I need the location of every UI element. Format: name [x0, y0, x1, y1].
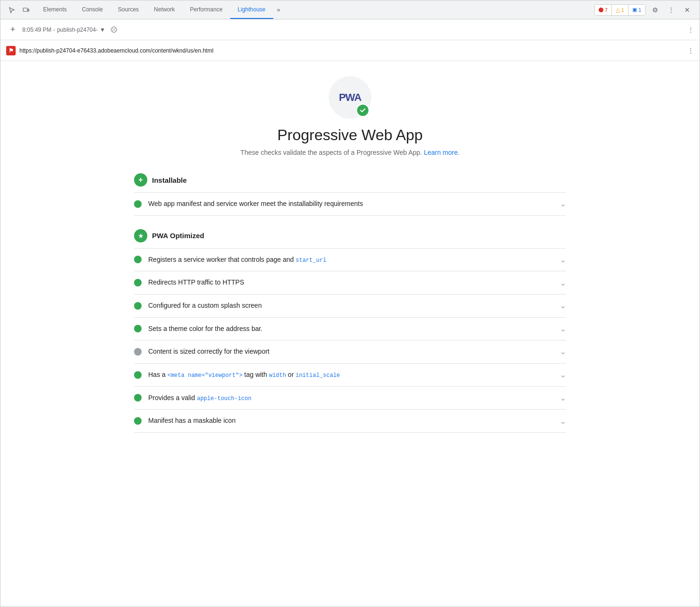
apple-touch-icon-code[interactable]: apple-touch-icon [197, 395, 251, 402]
audit-viewport-meta-text: Has a <meta name="viewport"> tag with wi… [148, 370, 556, 380]
svg-rect-1 [28, 9, 29, 11]
audit-status-dot [134, 256, 142, 263]
audit-chevron-icon: ⌄ [560, 255, 566, 264]
meta-viewport-code[interactable]: <meta name="viewport"> [167, 372, 242, 379]
audit-status-dot [134, 348, 142, 356]
audit-row[interactable]: Manifest has a maskable icon ⌄ [134, 410, 566, 433]
tab-network[interactable]: Network [146, 0, 182, 19]
pwa-optimized-icon: ★ [134, 229, 147, 242]
new-session-icon[interactable]: + [6, 23, 19, 36]
installable-section: + Installable Web app manifest and servi… [134, 168, 566, 216]
audit-row[interactable]: Web app manifest and service worker meet… [134, 193, 566, 216]
page-title: Progressive Web App [277, 126, 422, 144]
pwa-checkmark [356, 104, 369, 117]
page-description: These checks validate the aspects of a P… [241, 149, 460, 156]
no-throttle-icon[interactable]: ⛒ [108, 23, 121, 36]
initial-scale-code[interactable]: initial_scale [296, 372, 340, 379]
tab-performance[interactable]: Performance [182, 0, 230, 19]
security-warning-icon: ⚑ [6, 46, 16, 55]
audit-status-dot [134, 200, 142, 208]
audit-apple-touch-text: Provides a valid apple-touch-icon [148, 393, 556, 403]
learn-more-link[interactable]: Learn more [424, 149, 458, 156]
audit-status-dot [134, 394, 142, 402]
settings-icon[interactable]: ⚙ [648, 3, 662, 17]
pwa-optimized-header: ★ PWA Optimized [134, 223, 566, 249]
pwa-logo-text: PWA [339, 91, 361, 104]
warning-badge[interactable]: △ 1 [611, 5, 628, 15]
pwa-optimized-label: PWA Optimized [152, 232, 204, 240]
audit-status-dot [134, 302, 142, 310]
width-code[interactable]: width [269, 372, 286, 379]
audit-text: Web app manifest and service worker meet… [148, 199, 556, 209]
info-badge[interactable]: ▣ 1 [628, 5, 645, 15]
audit-text: Redirects HTTP traffic to HTTPS [148, 278, 556, 287]
tab-sources[interactable]: Sources [110, 0, 146, 19]
tab-console[interactable]: Console [74, 0, 110, 19]
error-badge[interactable]: 7 [595, 5, 611, 15]
tab-elements[interactable]: Elements [36, 0, 74, 19]
audit-row[interactable]: Redirects HTTP traffic to HTTPS ⌄ [134, 271, 566, 295]
audit-chevron-icon: ⌄ [560, 417, 566, 426]
info-icon: ▣ [632, 7, 637, 13]
audit-text: Content is sized correctly for the viewp… [148, 347, 556, 357]
pwa-logo-container: PWA [329, 76, 371, 119]
session-dropdown-icon[interactable]: ▼ [99, 27, 105, 33]
session-info: 8:05:49 PM - publish-p24704- ▼ [22, 27, 105, 33]
more-options-icon[interactable]: ⋮ [664, 3, 678, 17]
installable-header: + Installable [134, 168, 566, 193]
installable-label: Installable [152, 176, 187, 184]
audit-row[interactable]: Provides a valid apple-touch-icon ⌄ [134, 387, 566, 410]
audit-row[interactable]: Has a <meta name="viewport"> tag with wi… [134, 364, 566, 387]
url-more-icon[interactable]: ⋮ [688, 47, 694, 54]
page-url: https://publish-p24704-e76433.adobeaemcl… [19, 47, 684, 54]
pwa-header: PWA Progressive Web App These checks val… [134, 76, 566, 156]
audit-text: Sets a theme color for the address bar. [148, 324, 556, 334]
audit-row[interactable]: Content is sized correctly for the viewp… [134, 340, 566, 364]
audit-chevron-icon: ⌄ [560, 199, 566, 208]
start-url-code[interactable]: start_url [296, 257, 326, 264]
audit-row[interactable]: Sets a theme color for the address bar. … [134, 318, 566, 341]
session-name: publish-p24704- [57, 27, 98, 33]
audit-chevron-icon: ⌄ [560, 370, 566, 379]
audit-status-dot [134, 417, 142, 425]
audit-chevron-icon: ⌄ [560, 324, 566, 333]
audit-status-dot [134, 279, 142, 286]
audit-status-dot [134, 325, 142, 332]
audit-row[interactable]: Configured for a custom splash screen ⌄ [134, 295, 566, 318]
audit-chevron-icon: ⌄ [560, 347, 566, 356]
close-devtools-icon[interactable]: ✕ [681, 3, 694, 17]
installable-icon: + [134, 173, 147, 187]
more-tabs-button[interactable]: » [273, 0, 284, 19]
devtools-badges: 7 △ 1 ▣ 1 [594, 4, 646, 16]
device-toggle-icon[interactable] [19, 3, 33, 17]
session-time: 8:05:49 PM [22, 27, 51, 33]
svg-rect-0 [23, 8, 27, 11]
audit-text: Manifest has a maskable icon [148, 416, 556, 426]
audit-status-dot [134, 371, 142, 379]
tab-lighthouse[interactable]: Lighthouse [230, 0, 273, 19]
audit-chevron-icon: ⌄ [560, 301, 566, 310]
audit-text: Configured for a custom splash screen [148, 301, 556, 311]
audit-chevron-icon: ⌄ [560, 278, 566, 287]
audit-service-worker-text: Registers a service worker that controls… [148, 255, 556, 265]
pwa-optimized-section: ★ PWA Optimized Registers a service work… [134, 223, 566, 433]
cursor-icon[interactable] [5, 3, 18, 17]
audit-row[interactable]: Registers a service worker that controls… [134, 249, 566, 272]
audit-chevron-icon: ⌄ [560, 393, 566, 402]
error-dot [599, 8, 603, 12]
session-more-icon[interactable]: ⋮ [688, 26, 694, 33]
warning-icon: △ [616, 7, 620, 13]
